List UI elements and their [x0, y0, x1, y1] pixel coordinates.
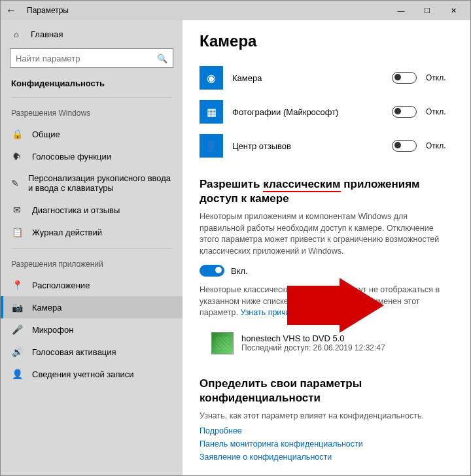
- sidebar-item-label: Сведения учетной записи: [32, 369, 134, 379]
- group-label-app-permissions: Разрешения приложений: [1, 256, 183, 274]
- privacy-heading: Определить свои параметры конфиденциальн…: [200, 377, 453, 405]
- sidebar-item-label: Камера: [32, 303, 61, 313]
- window-title: Параметры: [27, 6, 69, 15]
- sidebar-item-голосовые-функции[interactable]: 🗣Голосовые функции: [1, 145, 183, 167]
- section-title: Конфиденциальность: [1, 76, 183, 97]
- history-icon: 📋: [11, 227, 23, 237]
- classic-app-icon: [211, 332, 234, 354]
- sidebar-item-голосовая-активация[interactable]: 🔊Голосовая активация: [1, 341, 183, 363]
- privacy-link[interactable]: Панель мониторинга конфиденциальности: [200, 437, 453, 450]
- sidebar-item-label: Персонализация рукописного ввода и ввода…: [28, 173, 172, 193]
- classic-app-entry: honestech VHS to DVD 5.0 Последний досту…: [200, 327, 453, 360]
- close-button[interactable]: ✕: [440, 7, 466, 15]
- classic-apps-note: Некоторые классические приложения могут …: [200, 284, 453, 319]
- sidebar-item-персонализация-рукописного-ввода-и-ввода-с-клавиатуры[interactable]: ✎Персонализация рукописного ввода и ввод…: [1, 167, 183, 199]
- app-toggle[interactable]: [392, 106, 417, 118]
- sidebar-item-label: Общие: [32, 129, 60, 139]
- app-toggle[interactable]: [392, 72, 417, 84]
- lock-icon: 🔒: [11, 129, 23, 139]
- home-icon: ⌂: [11, 29, 22, 39]
- photos-app-icon: ▦: [200, 100, 223, 124]
- group-label-windows-permissions: Разрешения Windows: [1, 105, 183, 123]
- app-row: ◉ Камера Откл.: [200, 61, 453, 95]
- sidebar-item-общие[interactable]: 🔒Общие: [1, 123, 183, 145]
- privacy-description: Узнать, как этот параметр влияет на конф…: [200, 411, 453, 422]
- sidebar: ⌂ Главная 🔍 Конфиденциальность Разрешени…: [1, 20, 183, 475]
- search-box[interactable]: 🔍: [10, 48, 173, 68]
- main-content: Камера ◉ Камера Откл.▦ Фотографии (Майкр…: [183, 20, 470, 475]
- sidebar-item-label: Диагностика и отзывы: [32, 205, 120, 215]
- divider: [11, 248, 172, 249]
- sidebar-item-label: Расположение: [32, 280, 90, 290]
- home-label: Главная: [31, 29, 63, 39]
- feedback-icon: ✉: [11, 205, 23, 215]
- app-name: Фотографии (Майкрософт): [232, 107, 383, 117]
- camera-app-icon: ◉: [200, 66, 223, 90]
- classic-apps-heading: Разрешить классическим приложениям досту…: [200, 177, 453, 206]
- feedback-hub-icon: 👤: [200, 134, 223, 158]
- microphone-icon: 🎤: [11, 324, 23, 335]
- camera-icon: 📷: [11, 302, 23, 313]
- toggle-state-label: Откл.: [426, 141, 453, 150]
- app-row: 👤 Центр отзывов Откл.: [200, 129, 453, 163]
- handwriting-icon: ✎: [11, 178, 19, 188]
- privacy-link[interactable]: Подробнее: [200, 424, 453, 437]
- sidebar-item-label: Голосовые функции: [32, 152, 111, 162]
- sidebar-item-журнал-действий[interactable]: 📋Журнал действий: [1, 221, 183, 243]
- back-button[interactable]: ←: [5, 5, 18, 16]
- classic-apps-description: Некоторым приложениям и компонентам Wind…: [200, 211, 453, 257]
- app-row: ▦ Фотографии (Майкрософт) Откл.: [200, 95, 453, 129]
- page-heading: Камера: [200, 32, 453, 50]
- account-icon: 👤: [11, 369, 23, 379]
- voice-activation-icon: 🔊: [11, 347, 23, 357]
- search-input[interactable]: [16, 54, 157, 63]
- sidebar-item-камера[interactable]: 📷Камера: [1, 296, 183, 318]
- app-toggle[interactable]: [392, 140, 417, 152]
- sidebar-item-микрофон[interactable]: 🎤Микрофон: [1, 318, 183, 341]
- voice-icon: 🗣: [11, 151, 23, 162]
- sidebar-item-сведения-учетной-записи[interactable]: 👤Сведения учетной записи: [1, 363, 183, 385]
- sidebar-item-диагностика-и-отзывы[interactable]: ✉Диагностика и отзывы: [1, 199, 183, 221]
- underlined-word: классическим: [263, 178, 340, 192]
- toggle-state-label: Откл.: [426, 107, 453, 116]
- divider: [11, 97, 172, 98]
- minimize-button[interactable]: —: [388, 7, 414, 14]
- sidebar-item-label: Голосовая активация: [32, 347, 116, 357]
- titlebar: ← Параметры — ☐ ✕: [1, 1, 470, 20]
- sidebar-item-label: Микрофон: [32, 325, 73, 335]
- sidebar-item-расположение[interactable]: 📍Расположение: [1, 274, 183, 296]
- privacy-link[interactable]: Заявление о конфиденциальности: [200, 450, 453, 464]
- learn-why-link[interactable]: Узнать причину: [240, 308, 299, 317]
- classic-app-last-access: Последний доступ: 26.06.2019 12:32:47: [241, 343, 385, 352]
- classic-apps-toggle[interactable]: [200, 265, 224, 277]
- maximize-button[interactable]: ☐: [414, 7, 440, 15]
- location-icon: 📍: [11, 280, 23, 290]
- classic-app-name: honestech VHS to DVD 5.0: [241, 333, 385, 343]
- app-name: Камера: [232, 73, 383, 83]
- app-name: Центр отзывов: [232, 141, 383, 151]
- sidebar-item-label: Журнал действий: [32, 228, 102, 237]
- search-icon: 🔍: [157, 54, 167, 63]
- toggle-state-label: Вкл.: [231, 266, 248, 276]
- home-link[interactable]: ⌂ Главная: [1, 24, 183, 44]
- classic-apps-toggle-row: Вкл.: [200, 265, 453, 277]
- toggle-state-label: Откл.: [426, 73, 453, 82]
